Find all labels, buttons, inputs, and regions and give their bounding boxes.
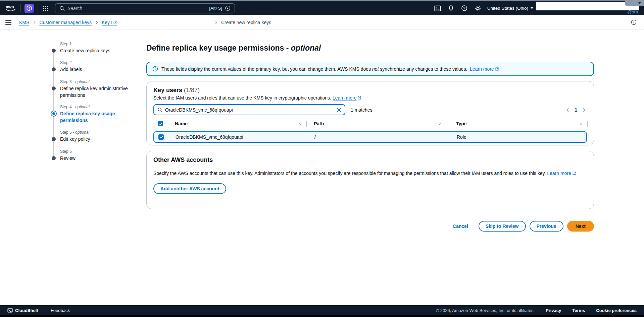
cloudshell-terminal-icon (7, 308, 13, 313)
external-link-icon (572, 171, 576, 175)
copyright-text: © 2026, Amazon Web Services, Inc. or its… (436, 308, 535, 313)
select-all-checkbox[interactable] (158, 121, 163, 126)
nav-divider (20, 4, 21, 12)
next-page-icon[interactable] (583, 108, 586, 112)
column-header-path[interactable]: Path (307, 118, 446, 129)
cloudshell-button[interactable]: CloudShell (7, 308, 38, 313)
step-label[interactable]: Define replica key usage permissions (60, 110, 129, 124)
next-button[interactable]: Next (567, 221, 594, 232)
search-input[interactable] (67, 6, 209, 11)
step-dot (52, 156, 56, 160)
chevron-right-icon (215, 20, 217, 24)
step-label[interactable]: Define replica key administrative permis… (60, 85, 129, 99)
redacted-account-info (536, 2, 639, 10)
step-dot-active (51, 111, 57, 117)
region-selector[interactable]: United States (Ohio) (487, 6, 533, 11)
breadcrumb-key-id[interactable]: Key ID: (102, 20, 117, 25)
add-another-aws-account-button[interactable]: Add another AWS account (153, 183, 226, 194)
kms-service-icon[interactable] (24, 4, 34, 13)
learn-more-link[interactable]: Learn more (547, 171, 576, 176)
step-meta: Step 6 (60, 149, 72, 154)
info-icon[interactable] (631, 19, 637, 25)
services-grid-icon[interactable] (42, 1, 50, 15)
aws-logo[interactable]: aws (5, 4, 17, 13)
step-meta: Step 2 (60, 60, 72, 65)
table-row-selected[interactable]: OracleDBKMS_vmc_68qfqouapi / Role (153, 131, 587, 143)
alert-text: These fields display the current values … (161, 66, 499, 72)
terms-link[interactable]: Terms (572, 308, 585, 313)
step-label[interactable]: Review (60, 155, 129, 162)
cloudshell-label: CloudShell (15, 308, 38, 313)
search-shortcut-hint: [Alt+S] (209, 6, 222, 11)
aws-logo-text: aws (6, 4, 14, 9)
chevron-right-icon (33, 20, 36, 24)
key-users-search-box[interactable] (153, 104, 345, 115)
nav-divider (38, 4, 38, 12)
help-icon[interactable]: ? (458, 1, 471, 15)
wizard-step-1: Step 1 Create new replica keys (50, 42, 134, 54)
step-meta: Step 4 (60, 105, 72, 109)
region-label: United States (Ohio) (487, 6, 528, 11)
chevron-right-icon (95, 20, 98, 24)
sort-icon (298, 122, 302, 125)
side-menu-icon[interactable] (5, 20, 11, 25)
scrollbar-corner[interactable] (625, 0, 644, 6)
chevron-down-icon (531, 7, 533, 9)
cell-path: / (307, 134, 447, 140)
notifications-bell-icon[interactable] (444, 1, 458, 15)
table-header-row: Name Path Type (153, 118, 587, 129)
page-title: Define replica key usage permissions - o… (146, 44, 321, 53)
step-meta: Step 5 (60, 130, 72, 135)
window-bottom-strip (0, 315, 644, 317)
step-dot (52, 49, 56, 53)
breadcrumb-kms[interactable]: KMS (19, 20, 29, 25)
row-checkbox[interactable] (158, 134, 164, 140)
cookie-preferences-link[interactable]: Cookie preferences (596, 308, 637, 313)
info-icon (152, 66, 158, 72)
step-dot (52, 67, 56, 71)
sort-icon (579, 122, 583, 125)
key-users-description: Select the IAM users and roles that can … (153, 95, 587, 101)
previous-page-icon[interactable] (566, 108, 569, 112)
clear-search-icon[interactable] (337, 108, 341, 112)
privacy-link[interactable]: Privacy (546, 308, 561, 313)
cloudshell-terminal-icon[interactable] (431, 1, 444, 15)
account-email-truncated: @ora... (627, 9, 642, 14)
svg-text:?: ? (463, 6, 465, 10)
cell-name: OracleDBKMS_vmc_68qfqouapi (169, 134, 307, 140)
learn-more-link[interactable]: Learn more (470, 66, 499, 72)
column-header-name[interactable]: Name (168, 118, 307, 129)
cancel-button[interactable]: Cancel (453, 224, 468, 229)
step-meta: Step 1 (60, 42, 72, 46)
skip-to-review-button[interactable]: Skip to Review (479, 221, 526, 232)
step-label[interactable]: Add labels (60, 66, 129, 73)
breadcrumb-current: Create new replica keys (221, 20, 271, 25)
external-link-icon (495, 67, 499, 71)
step-dot (52, 137, 56, 141)
step-label[interactable]: Edit key policy (60, 136, 129, 142)
top-navigation-bar: aws [Alt+S] (0, 1, 644, 15)
window-top-strip (0, 0, 644, 1)
cell-type: Role (447, 134, 588, 140)
scrollbar-arrow-icon (638, 2, 641, 4)
wizard-step-3: Step 3 - optional Define replica key adm… (50, 79, 134, 99)
column-header-type[interactable]: Type (446, 118, 588, 129)
global-search-bar[interactable]: [Alt+S] (55, 3, 235, 13)
settings-gear-icon[interactable] (471, 1, 485, 15)
learn-more-link[interactable]: Learn more (333, 95, 362, 101)
step-label[interactable]: Create new replica keys (60, 47, 129, 54)
current-page[interactable]: 1 (575, 107, 577, 113)
info-alert: These fields display the current values … (146, 62, 594, 76)
step-meta: Step 3 (60, 79, 72, 84)
match-count: 1 matches (351, 107, 373, 113)
wizard-actions: Cancel Skip to Review Previous Next (146, 221, 594, 232)
key-users-search-input[interactable] (165, 107, 337, 113)
external-link-icon (357, 96, 361, 100)
feedback-link[interactable]: Feedback (51, 308, 70, 313)
key-users-title: Key users (1/87) (153, 87, 587, 94)
sort-icon (438, 122, 442, 125)
breadcrumb-customer-managed-keys[interactable]: Customer managed keys (39, 20, 92, 25)
footer-bar: CloudShell Feedback © 2026, Amazon Web S… (0, 305, 644, 315)
key-users-counter: (1/87) (184, 87, 200, 93)
previous-button[interactable]: Previous (530, 221, 563, 232)
